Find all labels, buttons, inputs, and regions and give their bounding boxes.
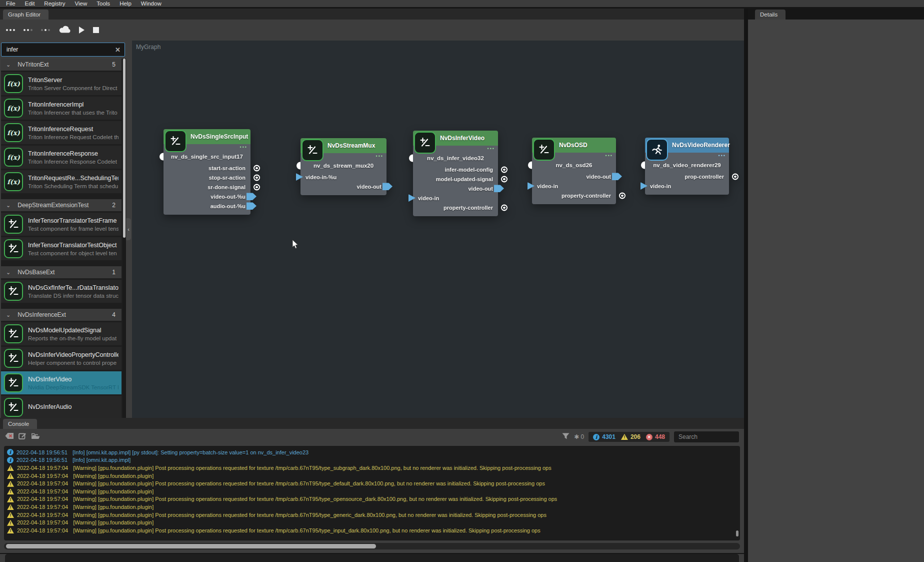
signal-port[interactable] [254,174,260,181]
chevron-down-icon[interactable]: ⌄ [6,312,10,318]
component-type-icon [4,349,23,368]
component-list-item[interactable]: NvDsInferVideoPropertyController Helper … [1,347,122,370]
menu-window[interactable]: Window [141,1,162,7]
console-search-input[interactable] [674,431,739,442]
tab-graph-editor[interactable]: Graph Editor [3,10,48,20]
data-out-port[interactable] [494,185,504,192]
component-list-item[interactable]: InferTensorTranslatorTestFrame Test comp… [1,213,122,236]
data-in-port[interactable] [640,182,648,190]
component-list-item[interactable]: f(x) TritonServer Triton Server Componen… [1,72,122,95]
node-header[interactable]: NvDsStreamMux [300,138,386,153]
chevron-down-icon[interactable]: ⌄ [6,269,10,276]
data-in-port[interactable] [528,182,534,190]
component-list-item[interactable]: f(x) TritonRequestRe...SchedulingTerm Tr… [1,170,122,193]
signal-port[interactable] [619,192,626,199]
port-label: sr-done-signal [208,184,246,190]
filter-funnel-icon[interactable] [562,432,570,441]
console-v-scrollbar[interactable] [736,530,738,536]
app-window: FileEditRegistryViewToolsHelpWindow Grap… [0,0,924,562]
data-out-port[interactable] [246,202,256,210]
error-count-badge[interactable]: ✕ 448 [646,433,665,440]
component-list-item[interactable]: NvDsGxfInferTe...rDataTranslator Transla… [1,280,122,303]
data-out-port[interactable] [246,193,256,200]
cloud-icon[interactable] [58,26,70,35]
menu-tools[interactable]: Tools [96,1,110,7]
menu-registry[interactable]: Registry [44,1,65,7]
data-out-port[interactable] [382,183,392,190]
clear-search-icon[interactable]: ✕ [115,46,120,54]
component-port[interactable] [528,162,532,169]
signal-port[interactable] [501,176,508,182]
chevron-down-icon[interactable]: ⌄ [6,202,10,209]
component-port[interactable] [641,162,645,169]
console-command-input[interactable] [5,554,739,562]
component-title: TritonRequestRe...SchedulingTerm [28,175,118,182]
component-port[interactable] [409,155,413,162]
tab-console[interactable]: Console [3,419,37,429]
node-menu-dots[interactable]: ••• [240,145,248,150]
graph-node[interactable]: NvDsVideoRenderer ••• nv_ds_video_render… [645,138,729,195]
node-header[interactable]: NvDsInferVideo [413,131,498,146]
signal-port[interactable] [254,184,260,190]
component-list-item[interactable]: f(x) TritonInferencerImpl Triton Inferen… [1,97,122,120]
console-h-scrollbar[interactable] [4,543,740,549]
data-in-port[interactable] [408,194,416,202]
component-list-item[interactable]: InferTensorTranslatorTestObject Test com… [1,237,122,260]
signal-port[interactable] [501,204,508,211]
component-list-item[interactable]: NvDsModelUpdatedSignal Reports the on-th… [1,322,122,345]
graph-canvas[interactable]: MyGraph NvDsSingleSrcInput ••• nv_ds_sin… [132,41,744,418]
component-port[interactable] [160,153,164,161]
component-group-header[interactable]: ⌄ DeepStreamExtensionTest 2 [1,199,122,211]
node-header[interactable]: NvDsVideoRenderer [645,138,729,153]
graph-node[interactable]: NvDsSingleSrcInput ••• nv_ds_single_src_… [164,129,250,215]
open-log-folder-icon[interactable] [31,432,40,441]
warning-count-badge[interactable]: ! 206 [621,433,640,440]
graph-node[interactable]: NvDsOSD ••• nv_ds_osd26 video-out video-… [532,138,616,204]
sidebar-scrollbar[interactable] [122,59,126,418]
sidebar-collapse-handle[interactable]: ‹ [126,218,131,240]
group-name: NvTritonExt [18,61,48,68]
component-list-item[interactable]: NvDsInferVideo Nvidia DeepStreamSDK Tens… [1,371,122,394]
stop-icon[interactable] [93,27,99,33]
component-list-item[interactable]: NvDsInferAudio [1,396,122,418]
console-log-area[interactable]: i 2022-04-18 19:56:51 [Info] [omni.kit.a… [4,446,740,540]
console-panel: Console [0,418,744,562]
edit-log-icon[interactable] [18,432,26,441]
data-in-port[interactable] [296,173,303,181]
menu-file[interactable]: File [6,1,16,7]
play-icon[interactable] [79,27,84,34]
graph-node[interactable]: NvDsStreamMux ••• nv_ds_stream_mux20 vid… [300,138,386,195]
clear-console-icon[interactable] [5,432,14,441]
data-out-port[interactable] [612,173,622,180]
panel-divider[interactable] [744,9,748,562]
menu-help[interactable]: Help [120,1,132,7]
log-message: [Warning] [gpu.foundation.plugin] [73,519,154,525]
menu-edit[interactable]: Edit [25,1,35,7]
component-group-header[interactable]: ⌄ NvDsBaseExt 1 [1,266,122,278]
dots-icon-2[interactable] [24,29,32,31]
component-group-header[interactable]: ⌄ NvTritonExt 5 [1,59,122,71]
details-tabstrip: Details [748,9,924,20]
component-port[interactable] [296,162,300,170]
asterisk-filter[interactable]: ✱ 0 [574,433,584,440]
dots-icon-3[interactable] [41,29,50,31]
node-menu-dots[interactable]: ••• [718,153,726,158]
tab-details[interactable]: Details [755,10,786,20]
signal-port[interactable] [254,165,260,171]
signal-port[interactable] [732,173,738,180]
menu-view[interactable]: View [75,1,88,7]
info-count-badge[interactable]: i 4301 [593,433,616,440]
signal-port[interactable] [501,166,508,173]
node-menu-dots[interactable]: ••• [376,154,384,159]
graph-node[interactable]: NvDsInferVideo ••• nv_ds_infer_video32 i… [413,131,498,216]
component-list-item[interactable]: f(x) TritonInferenceRequest Triton Infer… [1,121,122,144]
component-list-item[interactable]: f(x) TritonInferenceResponse Triton Infe… [1,146,122,169]
node-menu-dots[interactable]: ••• [606,153,613,158]
node-header[interactable]: NvDsSingleSrcInput [164,129,250,144]
node-menu-dots[interactable]: ••• [488,146,495,151]
dots-icon-1[interactable] [6,29,15,31]
component-group-header[interactable]: ⌄ NvDsInferenceExt 4 [1,309,122,321]
chevron-down-icon[interactable]: ⌄ [6,62,10,68]
search-input[interactable] [6,46,115,54]
node-header[interactable]: NvDsOSD [532,138,616,153]
